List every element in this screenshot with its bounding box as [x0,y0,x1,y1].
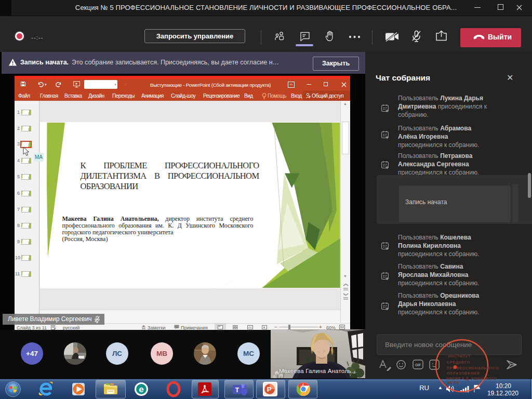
svg-text:e: e [139,384,143,394]
svg-text:T: T [235,387,240,394]
svg-text:P: P [267,385,272,393]
svg-text:GIF: GIF [415,363,421,367]
